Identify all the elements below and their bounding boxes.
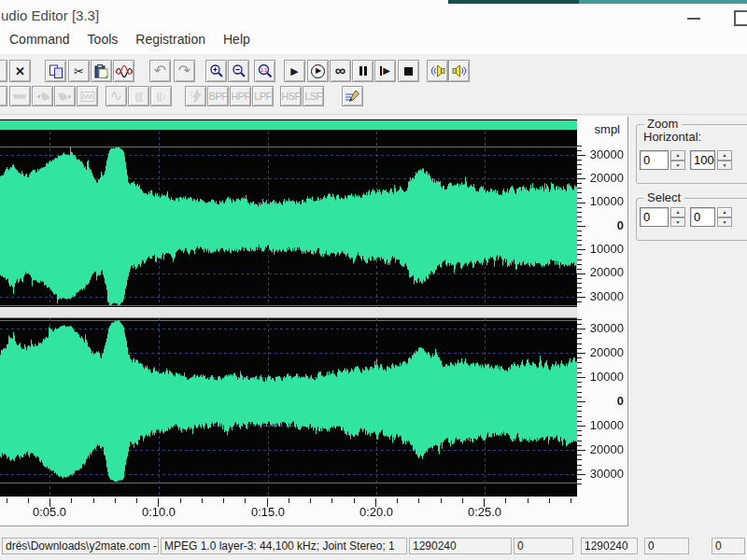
waveform-display: smpl 30000 20000 10000 0 10000 20000 300…	[0, 117, 628, 526]
right-channel-button[interactable]	[448, 60, 470, 82]
lpf-button[interactable]: LPF	[252, 86, 274, 106]
pause-icon	[359, 66, 367, 76]
hsf-button[interactable]: HSF	[280, 86, 302, 106]
zoom-1-1-button[interactable]: 1:1	[254, 60, 275, 82]
step-play-icon: ▶	[380, 66, 390, 76]
paste-button[interactable]	[91, 60, 112, 82]
voice-effect-button[interactable]: ((♪	[150, 86, 172, 106]
fade-in-button[interactable]	[32, 86, 53, 106]
draw-edit-button[interactable]	[342, 86, 363, 106]
zoom-out-button[interactable]	[228, 60, 249, 82]
silence-button[interactable]	[9, 86, 31, 106]
fade-out-icon	[58, 91, 73, 103]
select-end-field[interactable]: 0	[690, 207, 715, 227]
menu-command[interactable]: Command	[9, 32, 70, 54]
loop-button[interactable]: ∞	[330, 60, 351, 82]
fade-out-button[interactable]	[54, 86, 76, 106]
spin-up-icon[interactable]: ▲	[670, 150, 685, 161]
waveform-canvas[interactable]	[0, 119, 577, 497]
status-selection-length: 1290240	[581, 538, 638, 554]
maximize-button[interactable]	[734, 10, 747, 26]
zoom-start-field[interactable]: 0	[640, 150, 669, 170]
hsf-label: HSF	[281, 91, 301, 102]
menu-registration[interactable]: Registration	[135, 32, 205, 54]
redo-button[interactable]: ↷	[174, 60, 195, 82]
clipped-left-button[interactable]	[0, 60, 7, 82]
spin-up-icon[interactable]: ▲	[717, 207, 732, 217]
loop-icon: ∞	[335, 63, 345, 78]
mix-button[interactable]	[113, 60, 134, 82]
horizontal-label: Horizontal:	[643, 130, 701, 144]
spin-down-icon[interactable]: ▼	[717, 161, 732, 171]
play-icon: ▶	[290, 66, 298, 77]
copy-button[interactable]	[45, 60, 66, 82]
delete-button[interactable]: ✕	[9, 60, 31, 82]
cut-icon: ✂	[74, 65, 84, 77]
amplify-icon	[80, 91, 95, 103]
cut-button[interactable]: ✂	[68, 60, 90, 82]
audio-editor-window: udio Editor [3.3] Command Tools Registra…	[0, 0, 747, 560]
play-circle-icon: ▶	[311, 64, 325, 78]
silence-wave-icon	[13, 91, 27, 102]
pause-button[interactable]	[352, 60, 374, 82]
paste-icon	[94, 64, 108, 78]
echo-button[interactable]: (((	[128, 86, 149, 106]
time-tick-label: 0:05.0	[33, 505, 66, 519]
select-groupbox-title: Select	[643, 190, 684, 204]
hpf-label: HPF	[231, 91, 250, 102]
speaker-right-icon	[451, 64, 468, 77]
play-all-button[interactable]: ▶	[307, 60, 329, 82]
amp-tick-label: 10000	[581, 242, 624, 257]
bpf-button[interactable]: BPF	[207, 86, 229, 106]
menu-tools[interactable]: Tools	[88, 32, 119, 54]
spin-up-icon[interactable]: ▲	[717, 150, 732, 161]
status-format-info: MPEG 1.0 layer-3: 44,100 kHz; Joint Ster…	[161, 538, 407, 554]
draw-pen-icon	[345, 90, 360, 103]
delete-icon: ✕	[15, 65, 25, 77]
play-button[interactable]: ▶	[284, 60, 305, 82]
spin-down-icon[interactable]: ▼	[717, 217, 732, 228]
amp-tick-label: 0	[581, 394, 624, 409]
status-file-path: drés\Downloads\y2mate.com - Cl	[2, 538, 159, 554]
redo-icon: ↷	[178, 63, 190, 78]
minimize-button[interactable]	[687, 18, 700, 20]
amplify-button[interactable]	[77, 86, 98, 106]
zoom-in-button[interactable]	[205, 60, 227, 82]
spin-down-icon[interactable]: ▼	[670, 217, 685, 228]
speaker-left-icon	[430, 64, 446, 77]
select-start-field[interactable]: 0	[640, 207, 669, 227]
amp-tick-label: 30000	[581, 289, 624, 304]
lsf-button[interactable]: LSF	[303, 86, 324, 106]
left-channel-button[interactable]	[427, 60, 448, 82]
select-end-stepper[interactable]: ▲ ▼	[717, 207, 732, 227]
svg-text:1:1: 1:1	[261, 67, 267, 73]
echo-icon: (((	[135, 91, 143, 102]
title-bar: udio Editor [3.3] Command Tools Registra…	[0, 0, 747, 54]
menu-help[interactable]: Help	[223, 32, 250, 54]
adjust-wave-button[interactable]: ∿	[106, 86, 127, 106]
zoom-out-icon	[232, 63, 247, 78]
step-play-button[interactable]: ▶	[374, 60, 396, 82]
stop-button[interactable]	[398, 60, 419, 82]
copy-icon	[49, 64, 63, 78]
amp-tick-label: 10000	[581, 194, 624, 209]
status-bar: drés\Downloads\y2mate.com - Cl MPEG 1.0 …	[0, 536, 747, 556]
background-strip-teal	[579, 0, 747, 4]
undo-button[interactable]: ↶	[149, 60, 171, 82]
zoom-start-stepper[interactable]: ▲ ▼	[670, 150, 685, 170]
hpf-button[interactable]: HPF	[230, 86, 251, 106]
lightning-icon	[190, 90, 203, 103]
zoom-end-stepper[interactable]: ▲ ▼	[717, 150, 732, 170]
select-start-stepper[interactable]: ▲ ▼	[670, 207, 685, 227]
spin-up-icon[interactable]: ▲	[670, 207, 685, 217]
effects-button[interactable]	[185, 86, 206, 106]
amp-tick-label: 20000	[581, 171, 624, 186]
amp-tick-label: 20000	[581, 442, 624, 457]
zoom-end-field[interactable]: 100	[690, 150, 715, 170]
stop-icon	[404, 67, 413, 76]
mix-waves-icon	[116, 64, 133, 77]
sample-unit-label: smpl	[595, 122, 620, 136]
spin-down-icon[interactable]: ▼	[670, 161, 685, 171]
amp-tick-label: 0	[581, 218, 624, 233]
clipped-left-button-2[interactable]	[0, 86, 7, 106]
